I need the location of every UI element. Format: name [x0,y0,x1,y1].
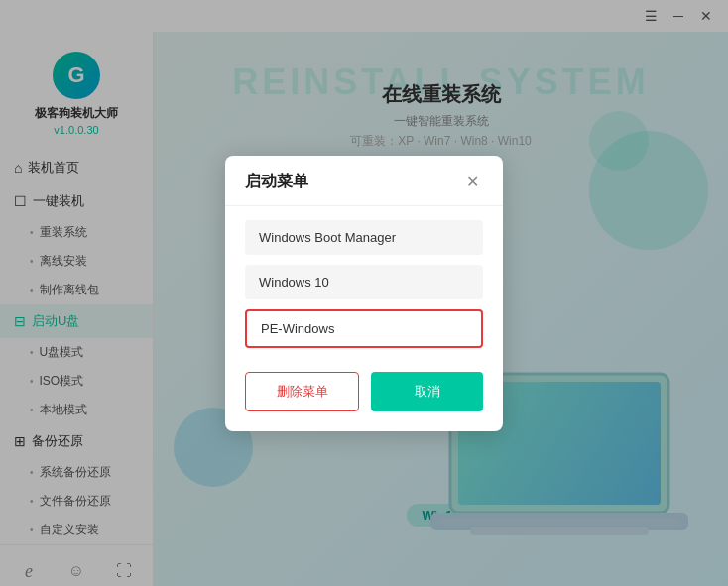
modal-title: 启动菜单 [245,172,308,192]
cancel-button[interactable]: 取消 [371,372,483,411]
menu-item-wbm[interactable]: Windows Boot Manager [245,220,483,255]
delete-menu-button[interactable]: 删除菜单 [245,372,359,411]
modal-overlay: 启动菜单 ✕ Windows Boot Manager Windows 10 P… [0,0,728,586]
modal-actions: 删除菜单 取消 [225,358,503,411]
modal-header: 启动菜单 ✕ [225,156,503,206]
menu-item-pe[interactable]: PE-Windows [245,309,483,348]
boot-menu-modal: 启动菜单 ✕ Windows Boot Manager Windows 10 P… [225,156,503,431]
modal-close-button[interactable]: ✕ [461,172,483,193]
modal-body: Windows Boot Manager Windows 10 PE-Windo… [225,206,503,348]
menu-item-win10[interactable]: Windows 10 [245,265,483,299]
